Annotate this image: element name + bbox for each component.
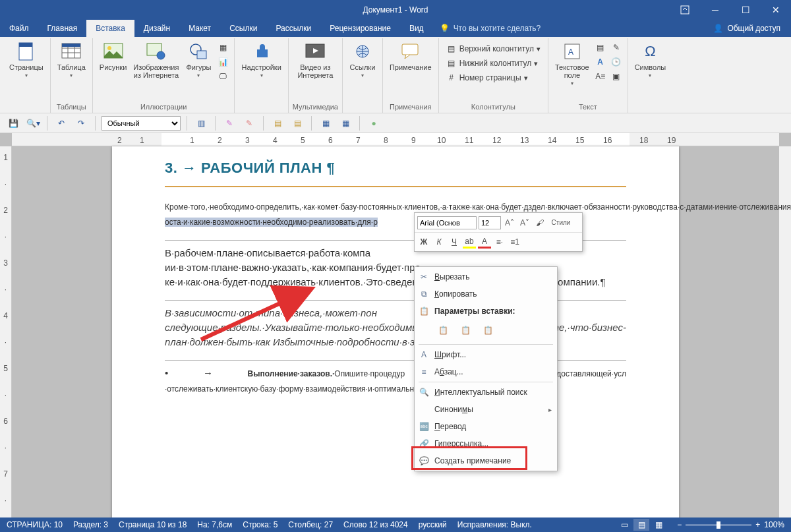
qat-btn-d[interactable]: ▦ bbox=[337, 115, 353, 131]
table-button[interactable]: Таблица ▾ bbox=[55, 40, 88, 80]
grow-font-button[interactable]: A˄ bbox=[503, 216, 516, 229]
print-layout-button[interactable]: ▤ bbox=[633, 519, 649, 531]
web-layout-button[interactable]: ▦ bbox=[651, 519, 666, 531]
header-button[interactable]: ▤Верхний колонтитул ▾ bbox=[444, 42, 542, 55]
datetime-button[interactable]: 🕒 bbox=[609, 55, 624, 69]
tab-view[interactable]: Вид bbox=[400, 20, 433, 37]
mini-font-name[interactable] bbox=[417, 216, 477, 229]
read-mode-button[interactable]: ▭ bbox=[616, 519, 632, 531]
maximize-button[interactable]: ☐ bbox=[730, 0, 761, 20]
online-pictures-button[interactable]: Изображения из Интернета bbox=[131, 40, 181, 80]
screenshot-button[interactable]: 🖵 bbox=[216, 70, 230, 83]
paste-keep-formatting[interactable]: 📋 bbox=[434, 322, 452, 339]
shapes-button[interactable]: Фигуры ▾ bbox=[183, 40, 214, 80]
status-words[interactable]: Слово 12 из 4024 bbox=[343, 520, 408, 529]
format-painter-button[interactable]: 🖌 bbox=[533, 216, 546, 229]
addins-button[interactable]: Надстройки ▾ bbox=[239, 40, 283, 80]
find-button[interactable]: 🔍▾ bbox=[25, 115, 41, 131]
comment-button[interactable]: Примечание bbox=[387, 40, 434, 73]
chart-button[interactable]: 📊 bbox=[216, 55, 230, 69]
qat-btn-c[interactable]: ▦ bbox=[318, 115, 334, 131]
dropcap-button[interactable]: A≡ bbox=[593, 70, 608, 83]
minimize-button[interactable]: ─ bbox=[700, 0, 730, 20]
redo-button[interactable]: ↷ bbox=[73, 115, 89, 131]
tab-file[interactable]: Файл bbox=[0, 20, 38, 37]
horizontal-ruler[interactable]: 2 1 1 2 3 4 5 6 7 8 9 10 11 12 13 14 15 … bbox=[12, 133, 779, 146]
menu-new-comment[interactable]: 💬Создать примечание bbox=[415, 452, 557, 469]
styles-button[interactable]: Стили bbox=[548, 216, 573, 229]
menu-copy[interactable]: ⧉Копировать bbox=[415, 285, 557, 303]
tell-me[interactable]: 💡 Что вы хотите сделать? bbox=[433, 20, 548, 37]
undo-button[interactable]: ↶ bbox=[53, 115, 69, 131]
ribbon-display-options[interactable] bbox=[670, 0, 700, 20]
underline-button[interactable]: Ч bbox=[448, 235, 461, 249]
style-selector[interactable]: Обычный bbox=[102, 116, 181, 131]
share-button[interactable]: 👤 Общий доступ bbox=[703, 20, 791, 37]
qat-btn-1[interactable]: ▥ bbox=[193, 115, 209, 131]
tab-insert[interactable]: Вставка bbox=[86, 20, 134, 37]
bullets-button[interactable]: ≡· bbox=[493, 235, 506, 249]
zoom-in-button[interactable]: + bbox=[755, 520, 760, 529]
heading: 3. → РАБОЧИЙ ПЛАН ¶ bbox=[165, 160, 626, 177]
status-page-of[interactable]: Страница 10 из 18 bbox=[119, 520, 187, 529]
tab-review[interactable]: Рецензирование bbox=[320, 20, 400, 37]
signature-button[interactable]: ✎ bbox=[609, 41, 624, 54]
links-button[interactable]: Ссылки ▾ bbox=[347, 40, 378, 80]
qat-btn-b[interactable]: ▤ bbox=[289, 115, 305, 131]
highlight-button[interactable]: ab bbox=[463, 235, 476, 249]
qat-highlight[interactable]: ✎ bbox=[221, 115, 237, 131]
qat-highlight2[interactable]: ✎ bbox=[241, 115, 257, 131]
menu-font[interactable]: AШрифт... bbox=[415, 346, 557, 363]
tab-home[interactable]: Главная bbox=[38, 20, 87, 37]
object-button[interactable]: ▣ bbox=[609, 70, 624, 83]
status-section[interactable]: Раздел: 3 bbox=[73, 520, 108, 529]
vertical-ruler[interactable]: 1·2·3·4·5·6·7·8·9·10·11 bbox=[0, 146, 12, 517]
smartart-button[interactable]: ▦ bbox=[216, 41, 230, 54]
pagenumber-button[interactable]: #Номер страницы ▾ bbox=[444, 71, 542, 84]
group-illustrations-label: Иллюстрации bbox=[97, 102, 231, 113]
status-column[interactable]: Столбец: 27 bbox=[288, 520, 333, 529]
menu-translate[interactable]: 🔤Перевод bbox=[415, 418, 557, 435]
group-text-label: Текст bbox=[552, 102, 624, 113]
tab-design[interactable]: Дизайн bbox=[134, 20, 179, 37]
tab-references[interactable]: Ссылки bbox=[220, 20, 266, 37]
tab-mailings[interactable]: Рассылки bbox=[266, 20, 320, 37]
status-position[interactable]: На: 7,6см bbox=[197, 520, 232, 529]
menu-smart-lookup[interactable]: 🔍Интеллектуальный поиск bbox=[415, 384, 557, 401]
status-page[interactable]: СТРАНИЦА: 10 bbox=[7, 520, 63, 529]
shrink-font-button[interactable]: A˅ bbox=[518, 216, 531, 229]
status-track-changes[interactable]: Исправления: Выкл. bbox=[457, 520, 532, 529]
link-icon bbox=[352, 41, 373, 62]
textbox-button[interactable]: A Текстовое поле ▾ bbox=[552, 40, 592, 88]
zoom-slider[interactable] bbox=[686, 524, 751, 526]
symbols-button[interactable]: Ω Символы ▾ bbox=[632, 40, 669, 80]
numbering-button[interactable]: ≡1 bbox=[508, 235, 521, 249]
pages-button[interactable]: Страницы ▾ bbox=[7, 40, 46, 80]
paste-merge-formatting[interactable]: 📋 bbox=[457, 322, 474, 339]
pictures-button[interactable]: Рисунки bbox=[97, 40, 130, 73]
mini-font-size[interactable] bbox=[479, 216, 501, 229]
online-video-button[interactable]: Видео из Интернета bbox=[295, 40, 336, 80]
italic-button[interactable]: К bbox=[432, 235, 446, 249]
quickparts-button[interactable]: ▤ bbox=[593, 41, 608, 54]
wordart-button[interactable]: A bbox=[593, 55, 608, 69]
document-page[interactable]: 3. → РАБОЧИЙ ПЛАН ¶ Кроме·того,·необходи… bbox=[112, 146, 679, 517]
bold-button[interactable]: Ж bbox=[417, 235, 430, 249]
save-button[interactable]: 💾 bbox=[5, 115, 21, 131]
zoom-out-button[interactable]: − bbox=[677, 520, 682, 529]
menu-hyperlink[interactable]: 🔗Гиперссылка... bbox=[415, 435, 557, 452]
menu-cut[interactable]: ✂Вырезать bbox=[415, 268, 557, 285]
qat-circle[interactable]: ● bbox=[366, 115, 382, 131]
menu-paragraph[interactable]: ≡Абзац... bbox=[415, 363, 557, 380]
paste-text-only[interactable]: 📋 bbox=[479, 322, 496, 339]
status-line[interactable]: Строка: 5 bbox=[243, 520, 278, 529]
qat-btn-a[interactable]: ▤ bbox=[270, 115, 285, 131]
font-color-button[interactable]: A bbox=[478, 235, 491, 249]
tab-layout[interactable]: Макет bbox=[179, 20, 220, 37]
status-language[interactable]: русский bbox=[419, 520, 447, 529]
menu-synonyms[interactable]: Синонимы▸ bbox=[415, 401, 557, 418]
zoom-level[interactable]: 100% bbox=[764, 520, 784, 529]
close-button[interactable]: ✕ bbox=[761, 0, 791, 20]
footer-button[interactable]: ▤Нижний колонтитул ▾ bbox=[444, 57, 542, 70]
pagenum-icon: # bbox=[446, 73, 457, 83]
